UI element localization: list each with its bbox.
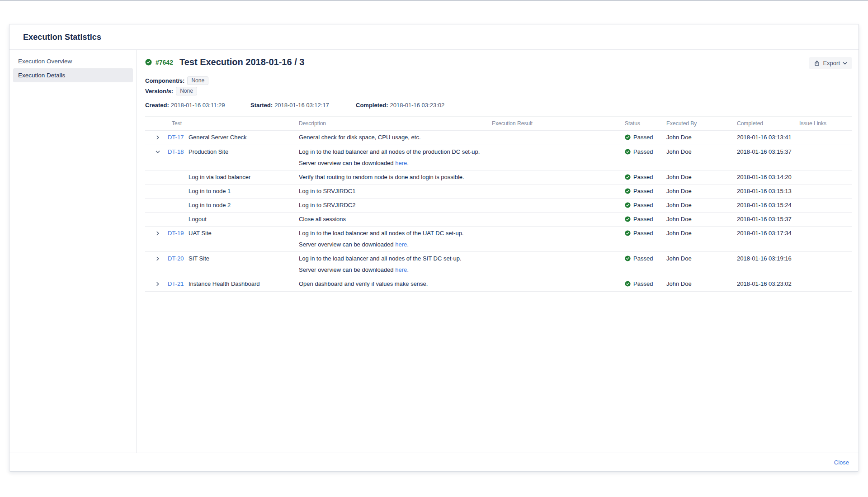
test-name: Production Site bbox=[189, 148, 228, 155]
close-button[interactable]: Close bbox=[834, 459, 849, 466]
executed-by-cell: John Doe bbox=[666, 202, 737, 208]
sidebar-item-execution-details[interactable]: Execution Details bbox=[13, 68, 133, 82]
description-cell: General check for disk space, CPU usage,… bbox=[299, 134, 492, 141]
download-here-link[interactable]: here. bbox=[395, 160, 409, 166]
test-cell: DT-20SIT Site bbox=[168, 255, 299, 262]
test-name: Instance Health Dashboard bbox=[189, 280, 260, 287]
description-line: Log in to the load balancer and all node… bbox=[299, 230, 492, 237]
status-cell: Passed bbox=[625, 230, 666, 237]
execution-status-check-circle-icon bbox=[145, 59, 152, 66]
test-key-link[interactable]: DT-18 bbox=[168, 148, 184, 155]
description-line-2: Server overview can be downloaded here. bbox=[299, 241, 492, 248]
execution-key[interactable]: #7642 bbox=[156, 59, 173, 66]
status-passed-icon bbox=[625, 149, 631, 155]
download-here-link[interactable]: here. bbox=[395, 241, 409, 248]
description-line-2: Server overview can be downloaded here. bbox=[299, 160, 492, 166]
table-row-test: DT-17General Server CheckGeneral check f… bbox=[145, 131, 852, 145]
status-label: Passed bbox=[633, 134, 653, 141]
export-icon bbox=[814, 60, 820, 66]
test-name: General Server Check bbox=[189, 134, 247, 141]
step-name: Log in to node 1 bbox=[168, 188, 231, 194]
status-label: Passed bbox=[633, 174, 653, 180]
description-line-2: Server overview can be downloaded here. bbox=[299, 266, 492, 273]
expander-cell bbox=[145, 280, 168, 288]
versions-value-badge: None bbox=[176, 87, 197, 95]
description-text: Server overview can be downloaded bbox=[299, 266, 395, 273]
expand-row-button[interactable] bbox=[156, 281, 160, 288]
status-passed-icon bbox=[625, 256, 631, 261]
status-label: Passed bbox=[633, 148, 653, 155]
status-cell: Passed bbox=[625, 280, 666, 287]
col-executed-by: Executed By bbox=[666, 120, 737, 127]
executed-by-cell: John Doe bbox=[666, 280, 737, 287]
test-name: UAT Site bbox=[189, 230, 212, 237]
step-name: Logout bbox=[168, 216, 207, 222]
col-completed: Completed bbox=[737, 120, 799, 127]
test-key-link[interactable]: DT-21 bbox=[168, 280, 184, 287]
status-passed-icon bbox=[625, 281, 631, 287]
collapse-row-button[interactable] bbox=[156, 149, 160, 156]
status-cell: Passed bbox=[625, 202, 666, 208]
col-status: Status bbox=[625, 120, 666, 127]
description-cell: Open dashboard and verify if values make… bbox=[299, 280, 492, 287]
tests-table: Test Description Execution Result Status… bbox=[145, 116, 852, 292]
page-top-divider bbox=[0, 0, 868, 1]
table-row-test: DT-18Production SiteLog in to the load b… bbox=[145, 145, 852, 170]
description-text: Server overview can be downloaded bbox=[299, 241, 395, 248]
download-here-link[interactable]: here. bbox=[395, 266, 409, 273]
expand-row-button[interactable] bbox=[156, 256, 160, 262]
step-name: Log in to node 2 bbox=[168, 202, 231, 208]
status-label: Passed bbox=[633, 230, 653, 237]
executed-by-cell: John Doe bbox=[666, 188, 737, 194]
test-key-link[interactable]: DT-17 bbox=[168, 134, 184, 141]
started-date: Started:2018-01-16 03:12:17 bbox=[250, 102, 356, 109]
status-passed-icon bbox=[625, 230, 631, 236]
expand-row-button[interactable] bbox=[156, 134, 160, 141]
status-cell: Passed bbox=[625, 174, 666, 180]
execution-title: Test Execution 2018-01-16 / 3 bbox=[179, 57, 304, 67]
test-name: SIT Site bbox=[189, 255, 209, 262]
created-date: Created:2018-01-16 03:11:29 bbox=[145, 102, 250, 109]
status-cell: Passed bbox=[625, 255, 666, 262]
executed-by-cell: John Doe bbox=[666, 134, 737, 141]
description-cell: Close all sessions bbox=[299, 216, 492, 222]
status-passed-icon bbox=[625, 216, 631, 222]
expand-row-button[interactable] bbox=[156, 230, 160, 237]
table-row-step: LogoutClose all sessionsPassedJohn Doe20… bbox=[145, 213, 852, 227]
description-line: Open dashboard and verify if values make… bbox=[299, 280, 492, 287]
col-execution-result: Execution Result bbox=[492, 120, 625, 127]
chevron-right-icon bbox=[156, 281, 160, 288]
test-cell: DT-19UAT Site bbox=[168, 230, 299, 237]
test-cell: Logout bbox=[168, 216, 299, 222]
test-cell: Log in to node 2 bbox=[168, 202, 299, 208]
expander-cell bbox=[145, 134, 168, 141]
test-key-link[interactable]: DT-19 bbox=[168, 230, 184, 237]
executed-by-cell: John Doe bbox=[666, 216, 737, 222]
description-cell: Log in to SRVJIRDC2 bbox=[299, 202, 492, 208]
dialog-body: Execution Overview Execution Details #76… bbox=[9, 50, 859, 453]
chevron-right-icon bbox=[156, 256, 160, 262]
completed-cell: 2018-01-16 03:19:16 bbox=[737, 255, 799, 262]
description-line: Close all sessions bbox=[299, 216, 492, 222]
components-label: Component/s: bbox=[145, 77, 184, 84]
expander-cell bbox=[145, 188, 168, 188]
meta-section: Component/s: None Version/s: None Create… bbox=[145, 76, 852, 109]
status-cell: Passed bbox=[625, 188, 666, 194]
completed-cell: 2018-01-16 03:14:20 bbox=[737, 174, 799, 180]
executed-by-cell: John Doe bbox=[666, 230, 737, 237]
test-key-link[interactable]: DT-20 bbox=[168, 255, 184, 262]
description-line: Log in to SRVJIRDC2 bbox=[299, 202, 492, 208]
col-issue-links: Issue Links bbox=[799, 120, 852, 127]
expander-cell bbox=[145, 174, 168, 174]
sidebar-item-execution-overview[interactable]: Execution Overview bbox=[13, 54, 133, 68]
export-button[interactable]: Export bbox=[809, 57, 852, 69]
description-cell: Log in to SRVJIRDC1 bbox=[299, 188, 492, 194]
status-passed-icon bbox=[625, 174, 631, 180]
description-line: Log in to SRVJIRDC1 bbox=[299, 188, 492, 194]
test-cell: DT-21Instance Health Dashboard bbox=[168, 280, 299, 287]
table-row-step: Log in via load balancerVerify that rout… bbox=[145, 170, 852, 185]
description-line: General check for disk space, CPU usage,… bbox=[299, 134, 492, 141]
status-label: Passed bbox=[633, 202, 653, 208]
expander-cell bbox=[145, 255, 168, 262]
status-passed-icon bbox=[625, 202, 631, 208]
